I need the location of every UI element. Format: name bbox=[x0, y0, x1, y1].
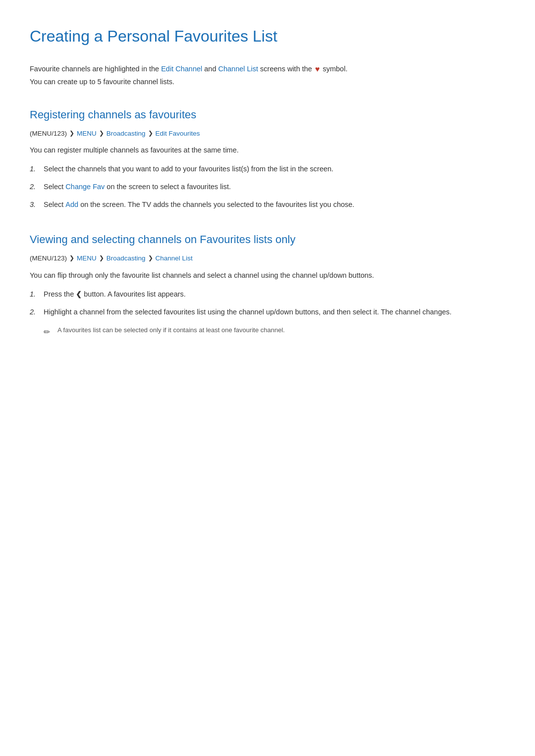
step1-3: 3. Select Add on the screen. The TV adds… bbox=[30, 199, 505, 211]
intro-text-middle: and bbox=[202, 65, 218, 73]
step2-1-after: button. A favourites list appears. bbox=[82, 290, 186, 298]
intro-line2: You can create up to 5 favourite channel… bbox=[30, 78, 174, 86]
step1-1-text: Select the channels that you want to add… bbox=[44, 163, 505, 175]
step1-2-text: Select Change Fav on the screen to selec… bbox=[44, 181, 505, 193]
breadcrumb2-part3: Broadcasting bbox=[107, 253, 146, 264]
note-text: A favourites list can be selected only i… bbox=[57, 325, 285, 335]
section2-desc: You can flip through only the favourite … bbox=[30, 270, 505, 282]
step2-2-number: 2. bbox=[30, 306, 44, 318]
step1-3-text: Select Add on the screen. The TV adds th… bbox=[44, 199, 505, 211]
breadcrumb2-arrow1: ❯ bbox=[69, 253, 74, 263]
note-block: ✏ A favourites list can be selected only… bbox=[44, 325, 505, 339]
section1-breadcrumb: (MENU/123) ❯ MENU ❯ Broadcasting ❯ Edit … bbox=[30, 128, 505, 139]
step1-3-number: 3. bbox=[30, 199, 44, 211]
section1-steps: 1. Select the channels that you want to … bbox=[30, 163, 505, 211]
breadcrumb1-arrow2: ❯ bbox=[99, 129, 104, 138]
pencil-icon: ✏ bbox=[44, 326, 54, 339]
step1-3-after: on the screen. The TV adds the channels … bbox=[78, 201, 354, 208]
breadcrumb2-arrow3: ❯ bbox=[148, 253, 153, 263]
breadcrumb2-arrow2: ❯ bbox=[99, 253, 104, 263]
chevron-left-icon: ❮ bbox=[76, 290, 82, 298]
section2-steps: 1. Press the ❮ button. A favourites list… bbox=[30, 289, 505, 318]
section-viewing: Viewing and selecting channels on Favour… bbox=[30, 231, 505, 338]
change-fav-link[interactable]: Change Fav bbox=[65, 183, 105, 191]
breadcrumb1-arrow3: ❯ bbox=[148, 129, 153, 138]
add-link[interactable]: Add bbox=[65, 201, 78, 208]
step1-2-after: on the screen to select a favourites lis… bbox=[105, 183, 231, 191]
breadcrumb1-part4: Edit Favourites bbox=[156, 128, 200, 139]
step2-1-number: 1. bbox=[30, 289, 44, 301]
step1-3-before: Select bbox=[44, 201, 65, 208]
section2-breadcrumb: (MENU/123) ❯ MENU ❯ Broadcasting ❯ Chann… bbox=[30, 253, 505, 264]
breadcrumb2-part1: (MENU/123) bbox=[30, 253, 67, 264]
step2-1-before: Press the bbox=[44, 290, 76, 298]
page-title: Creating a Personal Favourites List bbox=[30, 24, 505, 49]
section1-title: Registering channels as favourites bbox=[30, 106, 505, 123]
section2-title: Viewing and selecting channels on Favour… bbox=[30, 231, 505, 248]
intro-text-before: Favourite channels are highlighted in th… bbox=[30, 65, 161, 73]
breadcrumb2-part4: Channel List bbox=[156, 253, 193, 264]
heart-icon: ♥ bbox=[315, 65, 320, 73]
edit-channel-link[interactable]: Edit Channel bbox=[161, 65, 202, 73]
channel-list-link[interactable]: Channel List bbox=[218, 65, 258, 73]
step2-2: 2. Highlight a channel from the selected… bbox=[30, 306, 505, 318]
step1-1: 1. Select the channels that you want to … bbox=[30, 163, 505, 175]
breadcrumb1-part3: Broadcasting bbox=[107, 128, 146, 139]
step2-1-text: Press the ❮ button. A favourites list ap… bbox=[44, 289, 505, 301]
breadcrumb2-part2: MENU bbox=[77, 253, 97, 264]
breadcrumb1-arrow1: ❯ bbox=[69, 129, 74, 138]
intro-text-end: symbol. bbox=[321, 65, 347, 73]
intro-text-after: screens with the bbox=[258, 65, 312, 73]
section1-desc: You can register multiple channels as fa… bbox=[30, 145, 505, 156]
step2-2-text: Highlight a channel from the selected fa… bbox=[44, 306, 505, 318]
step1-2-before: Select bbox=[44, 183, 65, 191]
breadcrumb1-part2: MENU bbox=[77, 128, 97, 139]
breadcrumb1-part1: (MENU/123) bbox=[30, 128, 67, 139]
step1-2-number: 2. bbox=[30, 181, 44, 193]
step2-1: 1. Press the ❮ button. A favourites list… bbox=[30, 289, 505, 301]
step1-2: 2. Select Change Fav on the screen to se… bbox=[30, 181, 505, 193]
section-registering: Registering channels as favourites (MENU… bbox=[30, 106, 505, 211]
step1-1-number: 1. bbox=[30, 163, 44, 175]
intro-paragraph: Favourite channels are highlighted in th… bbox=[30, 63, 505, 88]
